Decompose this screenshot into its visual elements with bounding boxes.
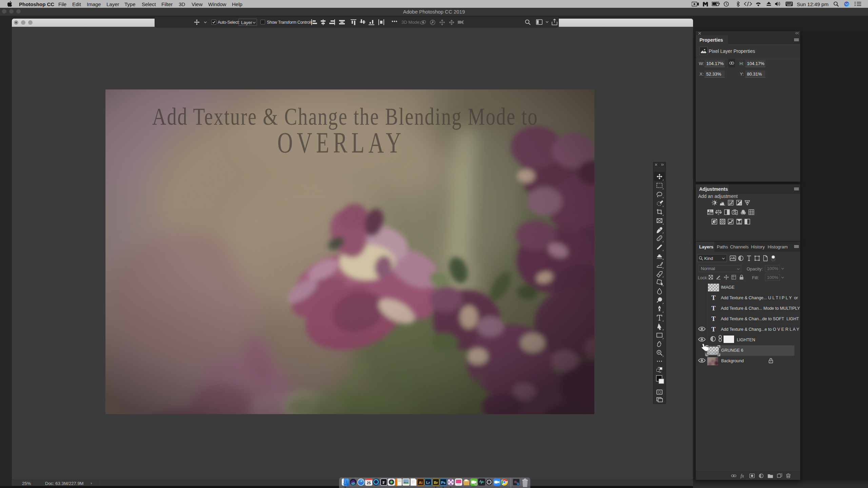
svg-text:Ps: Ps: [441, 481, 446, 485]
svg-text:25: 25: [367, 481, 371, 485]
svg-text:Lr: Lr: [426, 481, 430, 485]
svg-text:F: F: [382, 480, 385, 485]
svg-text:Br: Br: [434, 481, 438, 485]
svg-text:fx: fx: [741, 473, 744, 479]
svg-text:Ai: Ai: [419, 481, 422, 485]
